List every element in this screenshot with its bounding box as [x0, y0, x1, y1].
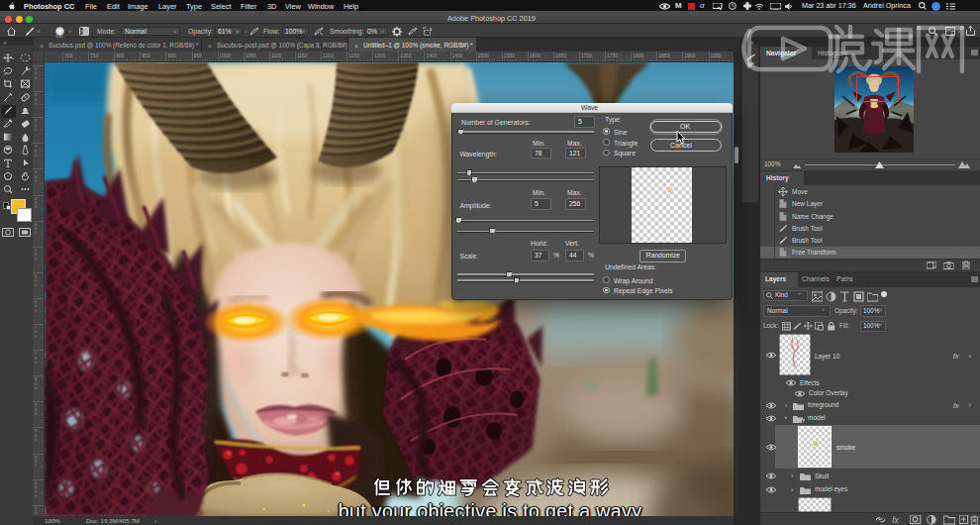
svg-text:fx: fx: [892, 515, 899, 525]
